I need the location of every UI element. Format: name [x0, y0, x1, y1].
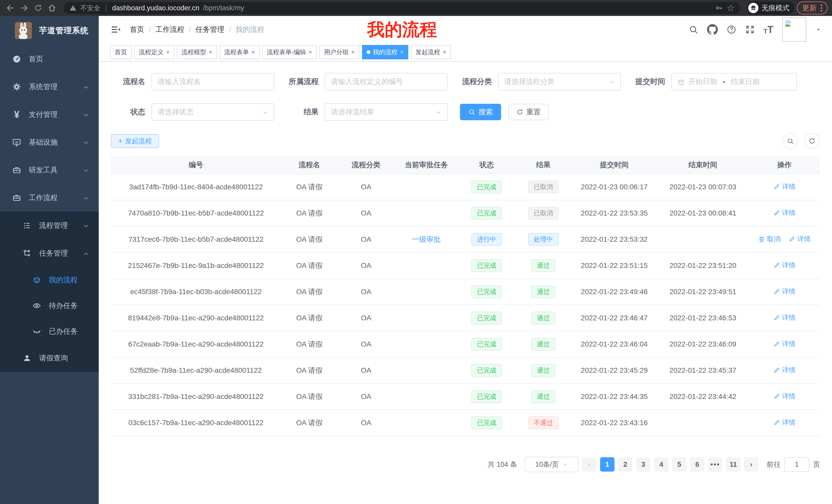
- view-tab[interactable]: 发起流程 ×: [411, 45, 451, 59]
- goto-page-input[interactable]: [784, 457, 809, 472]
- category-select[interactable]: 请选择流程分类: [498, 73, 621, 90]
- detail-link[interactable]: 详情: [773, 392, 796, 401]
- page-number-button[interactable]: 11: [726, 457, 740, 472]
- result-badge: 不通过: [528, 416, 559, 429]
- view-tab[interactable]: 流程表单 ×: [219, 45, 260, 59]
- sidebar-item-devtools[interactable]: 研发工具: [0, 156, 99, 184]
- date-range-picker[interactable]: 开始日期 - 结束日期: [671, 73, 797, 90]
- sidebar-item-home[interactable]: 首页: [0, 45, 99, 73]
- page-number-button[interactable]: 5: [672, 457, 686, 472]
- view-tab[interactable]: 流程表单-编辑 ×: [262, 45, 317, 59]
- app-title: 芋道管理系统: [39, 25, 88, 36]
- view-tab[interactable]: 首页: [110, 45, 132, 59]
- sidebar-item-system[interactable]: 系统管理: [0, 73, 99, 101]
- show-search-button[interactable]: [782, 133, 798, 149]
- cell-category: OA: [338, 226, 395, 253]
- breadcrumb-home[interactable]: 首页: [130, 25, 144, 34]
- sidebar-item-label: 待办任务: [49, 301, 89, 311]
- page-number-button[interactable]: 1: [600, 457, 615, 472]
- cancel-link[interactable]: 取消: [758, 234, 780, 244]
- close-icon[interactable]: ×: [400, 49, 404, 55]
- start-process-button[interactable]: + 发起流程: [111, 134, 159, 148]
- start-date-placeholder[interactable]: 开始日期: [688, 77, 717, 87]
- refresh-table-button[interactable]: [804, 133, 820, 149]
- filter-label-name: 流程名: [120, 77, 145, 87]
- detail-link[interactable]: 详情: [773, 261, 796, 270]
- process-name-input[interactable]: 请输入流程名: [151, 73, 274, 90]
- sidebar: 芋道管理系统 首页 系统管理 ¥ 支付管理 基础设施: [0, 16, 99, 504]
- browser-home-button[interactable]: [46, 2, 58, 13]
- process-definition-input[interactable]: 请输入流程定义的编号: [325, 73, 448, 90]
- view-tab[interactable]: 流程模型 ×: [177, 45, 217, 59]
- detail-link[interactable]: 详情: [773, 366, 796, 374]
- search-icon[interactable]: [688, 25, 698, 34]
- font-size-icon[interactable]: TT: [763, 25, 773, 34]
- result-select[interactable]: 请选择流结果: [325, 103, 448, 121]
- page-number-button[interactable]: 2: [618, 457, 632, 472]
- page-size-select[interactable]: 10条/页: [525, 457, 578, 472]
- close-icon[interactable]: ×: [351, 49, 355, 55]
- close-icon[interactable]: ×: [252, 49, 255, 55]
- detail-link[interactable]: 详情: [773, 339, 796, 348]
- next-page-button[interactable]: ›: [744, 457, 758, 472]
- end-date-placeholder[interactable]: 结束日期: [731, 77, 759, 87]
- search-button[interactable]: 搜索: [460, 104, 501, 120]
- detail-link[interactable]: 详情: [773, 418, 796, 427]
- bookmark-star-icon[interactable]: ☆: [727, 3, 735, 12]
- view-tab[interactable]: 流程定义 ×: [134, 45, 174, 59]
- reset-button[interactable]: 重置: [508, 104, 549, 120]
- status-select[interactable]: 请选择状态: [151, 103, 274, 121]
- hamburger-icon[interactable]: [111, 24, 121, 35]
- detail-link[interactable]: 详情: [773, 208, 796, 217]
- cell-actions: 详情: [749, 279, 820, 305]
- browser-reload-button[interactable]: [32, 2, 44, 13]
- page-number-button[interactable]: 4: [654, 457, 669, 472]
- close-icon[interactable]: ×: [166, 49, 170, 55]
- browser-back-button[interactable]: [5, 2, 16, 13]
- cell-submit-time: 2022-01-22 23:43:16: [572, 410, 657, 436]
- detail-link[interactable]: 详情: [773, 182, 796, 191]
- prev-page-button[interactable]: ‹: [582, 457, 597, 472]
- detail-link[interactable]: 详情: [788, 234, 811, 244]
- view-tab[interactable]: 我的流程 ×: [362, 45, 408, 59]
- sidebar-item-todo-tasks[interactable]: 待办任务: [0, 293, 99, 318]
- help-icon[interactable]: [727, 25, 736, 34]
- sidebar-item-process-mgmt[interactable]: 流程管理: [0, 212, 99, 240]
- page-number-button[interactable]: 6: [690, 457, 704, 472]
- cell-current-task[interactable]: 一级审批: [412, 235, 441, 243]
- col-header-name: 流程名: [281, 156, 338, 174]
- address-bar[interactable]: 不安全 dashboard.yudao.iocoder.cn/bpm/task/…: [64, 2, 740, 14]
- github-icon[interactable]: [707, 24, 718, 35]
- app-logo[interactable]: 芋道管理系统: [0, 16, 99, 45]
- pagination-ellipsis[interactable]: •••: [708, 457, 723, 472]
- detail-link[interactable]: 详情: [773, 313, 796, 322]
- page-number-button[interactable]: 3: [636, 457, 650, 472]
- sidebar-item-payment[interactable]: ¥ 支付管理: [0, 101, 99, 129]
- cell-actions: 详情: [749, 410, 820, 436]
- close-icon[interactable]: ×: [209, 49, 212, 55]
- browser-update-button[interactable]: 更新: [797, 2, 827, 15]
- sidebar-item-workflow[interactable]: 工作流程: [0, 184, 99, 212]
- sidebar-item-done-tasks[interactable]: 已办任务: [0, 318, 99, 344]
- browser-forward-button[interactable]: [19, 2, 30, 13]
- fullscreen-icon[interactable]: [745, 25, 755, 34]
- close-icon[interactable]: ×: [309, 49, 312, 55]
- password-key-icon[interactable]: [715, 4, 723, 12]
- sidebar-item-task-mgmt[interactable]: 任务管理: [0, 240, 99, 267]
- view-tab[interactable]: 用户分组 ×: [319, 45, 359, 59]
- user-avatar[interactable]: [782, 18, 806, 41]
- breadcrumb-task-mgmt[interactable]: 任务管理: [196, 25, 225, 34]
- security-label[interactable]: 不安全: [80, 4, 100, 12]
- cell-process-id: ec45f38f-7b9a-11ec-b03b-acde48001122: [111, 279, 281, 305]
- close-icon[interactable]: ×: [443, 49, 446, 55]
- detail-link[interactable]: 详情: [773, 287, 796, 296]
- browser-menu-icon[interactable]: [821, 4, 822, 11]
- sidebar-item-my-process[interactable]: 我的流程: [0, 267, 99, 293]
- breadcrumb-workflow[interactable]: 工作流程: [156, 25, 184, 34]
- sidebar-item-leave-query[interactable]: 请假查询: [0, 344, 99, 372]
- chevron-down-icon: [83, 138, 89, 146]
- tab-label: 流程表单: [224, 48, 249, 56]
- sidebar-item-infra[interactable]: 基础设施: [0, 129, 99, 156]
- cell-process-name: OA 请假: [281, 384, 338, 410]
- avatar-caret-icon[interactable]: [815, 26, 822, 33]
